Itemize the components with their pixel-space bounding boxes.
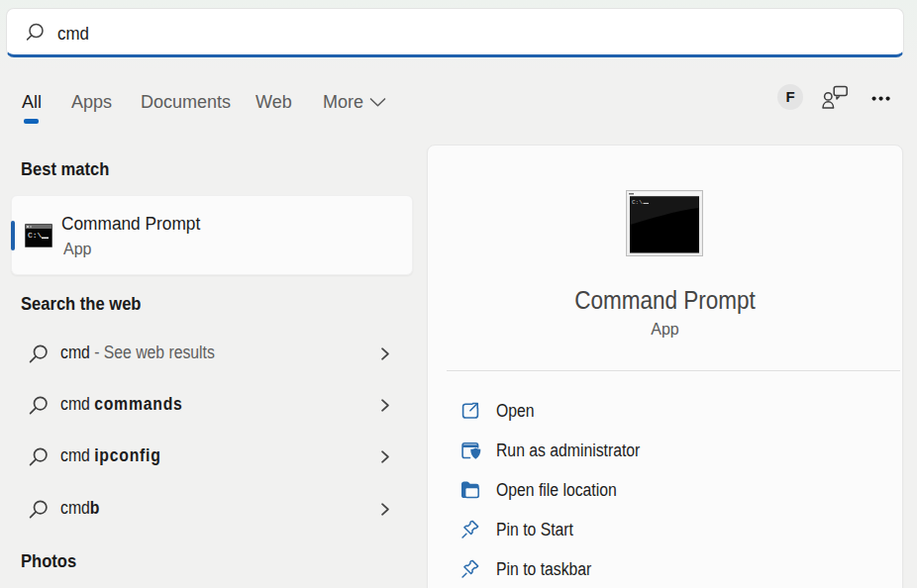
svg-text:C:\: C:\ <box>28 231 43 240</box>
svg-text:C:\: C:\ <box>632 199 643 206</box>
